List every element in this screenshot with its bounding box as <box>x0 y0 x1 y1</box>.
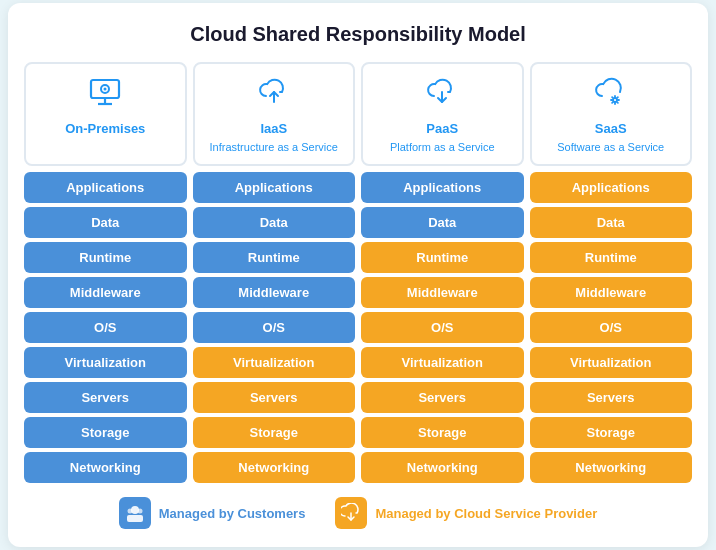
table-cell: Middleware <box>530 277 693 308</box>
table-cell: Applications <box>24 172 187 203</box>
table-cell: Data <box>530 207 693 238</box>
paas-label: PaaS <box>426 121 458 136</box>
header-paas: PaaS Platform as a Service <box>361 62 524 166</box>
svg-point-4 <box>104 87 107 90</box>
table-cell: Servers <box>530 382 693 413</box>
table-row: MiddlewareMiddlewareMiddlewareMiddleware <box>24 277 692 308</box>
table-cell: Networking <box>361 452 524 483</box>
legend-provider: Managed by Cloud Service Provider <box>335 497 597 529</box>
table-cell: Storage <box>361 417 524 448</box>
svg-point-18 <box>127 509 132 514</box>
legend-customer: Managed by Customers <box>119 497 306 529</box>
table-cell: Servers <box>193 382 356 413</box>
table-row: DataDataDataData <box>24 207 692 238</box>
cloud-upload-icon <box>256 74 292 117</box>
table-cell: Runtime <box>361 242 524 273</box>
table-row: RuntimeRuntimeRuntimeRuntime <box>24 242 692 273</box>
svg-line-14 <box>617 97 618 98</box>
table-cell: O/S <box>530 312 693 343</box>
page-title: Cloud Shared Responsibility Model <box>24 23 692 46</box>
data-rows: ApplicationsApplicationsApplicationsAppl… <box>24 172 692 483</box>
table-cell: Applications <box>530 172 693 203</box>
table-cell: Virtualization <box>530 347 693 378</box>
saas-label: SaaS <box>595 121 627 136</box>
svg-line-12 <box>612 97 613 98</box>
header-saas: SaaS Software as a Service <box>530 62 693 166</box>
table-row: VirtualizationVirtualizationVirtualizati… <box>24 347 692 378</box>
table-cell: Applications <box>361 172 524 203</box>
table-cell: O/S <box>193 312 356 343</box>
monitor-icon <box>87 74 123 117</box>
saas-sublabel: Software as a Service <box>557 140 664 154</box>
table-row: O/SO/SO/SO/S <box>24 312 692 343</box>
table-row: ServersServersServersServers <box>24 382 692 413</box>
cloud-settings-icon <box>593 74 629 117</box>
table-cell: Applications <box>193 172 356 203</box>
table-cell: Storage <box>193 417 356 448</box>
legend-customer-icon <box>119 497 151 529</box>
table-cell: Servers <box>24 382 187 413</box>
table-cell: Middleware <box>24 277 187 308</box>
table-cell: Networking <box>193 452 356 483</box>
table-cell: Data <box>361 207 524 238</box>
cloud-download-icon <box>424 74 460 117</box>
header-on-premises: On-Premises <box>24 62 187 166</box>
table-cell: Data <box>193 207 356 238</box>
table-cell: Storage <box>530 417 693 448</box>
iaas-label: IaaS <box>260 121 287 136</box>
table-cell: Runtime <box>24 242 187 273</box>
header-iaas: IaaS Infrastructure as a Service <box>193 62 356 166</box>
svg-line-15 <box>612 102 613 103</box>
legend-provider-label: Managed by Cloud Service Provider <box>375 506 597 521</box>
on-premises-label: On-Premises <box>65 121 145 136</box>
table-row: ApplicationsApplicationsApplicationsAppl… <box>24 172 692 203</box>
table-cell: Middleware <box>361 277 524 308</box>
table-cell: Virtualization <box>361 347 524 378</box>
svg-line-13 <box>617 102 618 103</box>
svg-rect-16 <box>127 515 143 522</box>
table-cell: Storage <box>24 417 187 448</box>
legend-customer-label: Managed by Customers <box>159 506 306 521</box>
main-container: Cloud Shared Responsibility Model On-Pre… <box>8 3 708 547</box>
header-row: On-Premises IaaS Infrastructure as a Ser… <box>24 62 692 166</box>
table-row: NetworkingNetworkingNetworkingNetworking <box>24 452 692 483</box>
table-cell: Data <box>24 207 187 238</box>
legend-provider-icon <box>335 497 367 529</box>
table-cell: Virtualization <box>193 347 356 378</box>
table-cell: Networking <box>530 452 693 483</box>
svg-point-7 <box>613 98 617 102</box>
table-cell: Servers <box>361 382 524 413</box>
table-cell: O/S <box>24 312 187 343</box>
table-cell: Middleware <box>193 277 356 308</box>
table-cell: Networking <box>24 452 187 483</box>
table-cell: Virtualization <box>24 347 187 378</box>
iaas-sublabel: Infrastructure as a Service <box>210 140 338 154</box>
paas-sublabel: Platform as a Service <box>390 140 495 154</box>
table-cell: O/S <box>361 312 524 343</box>
svg-point-19 <box>137 509 142 514</box>
table-cell: Runtime <box>530 242 693 273</box>
table-row: StorageStorageStorageStorage <box>24 417 692 448</box>
legend: Managed by Customers Managed by Cloud Se… <box>24 497 692 529</box>
table-cell: Runtime <box>193 242 356 273</box>
